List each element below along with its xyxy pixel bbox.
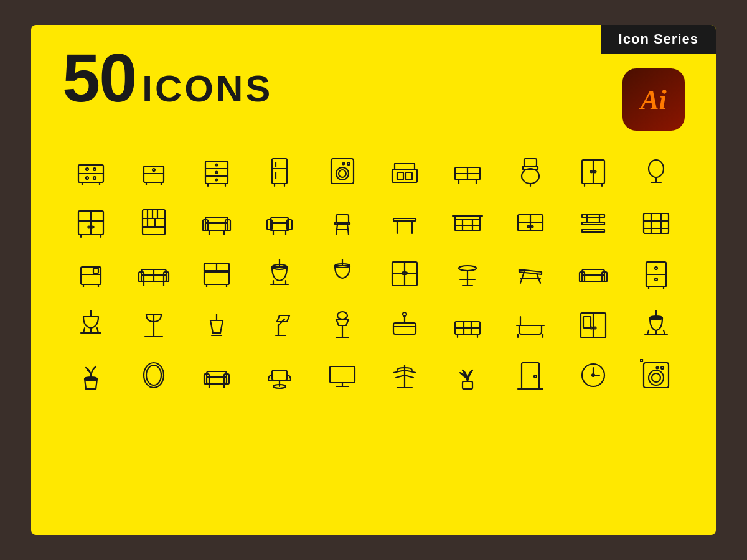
icon-wall-shelves xyxy=(564,200,622,244)
svg-rect-196 xyxy=(583,317,591,328)
icon-armchair xyxy=(250,200,308,244)
icon-wall-cabinet xyxy=(502,200,560,244)
icon-ironing-board xyxy=(502,251,560,295)
icon-oval-mirror xyxy=(125,353,183,397)
icon-kitchen-sink xyxy=(376,149,434,193)
svg-point-158 xyxy=(655,278,657,281)
icon-loveseat xyxy=(125,251,183,295)
svg-rect-33 xyxy=(395,164,415,170)
svg-point-43 xyxy=(522,169,539,184)
icon-chest-drawers xyxy=(188,149,246,193)
ai-text: Ai xyxy=(641,84,667,116)
svg-rect-34 xyxy=(397,172,403,180)
icon-clock xyxy=(564,353,622,397)
svg-point-49 xyxy=(594,171,596,173)
icon-table-lamp xyxy=(188,302,246,346)
svg-point-101 xyxy=(527,226,529,228)
ai-logo: Ai xyxy=(622,68,685,131)
icon-mirror xyxy=(627,149,685,193)
svg-point-178 xyxy=(337,312,347,319)
icon-bedside-cabinet xyxy=(62,251,120,295)
icon-shelving-unit xyxy=(627,200,685,244)
icon-washing-machine xyxy=(313,149,371,193)
svg-line-164 xyxy=(97,328,98,333)
title-block: 50 ICONS xyxy=(62,44,273,112)
svg-point-17 xyxy=(215,172,217,174)
svg-rect-217 xyxy=(330,366,355,383)
icon-office-chair xyxy=(250,353,308,397)
icon-wardrobe xyxy=(564,149,622,193)
svg-rect-32 xyxy=(392,170,417,182)
icons-text: ICONS xyxy=(142,67,273,110)
icon-pendant-lamp xyxy=(250,251,308,295)
svg-rect-179 xyxy=(393,323,416,334)
svg-line-224 xyxy=(396,375,405,378)
svg-point-30 xyxy=(347,162,350,165)
svg-line-223 xyxy=(405,370,416,373)
icon-nightstand xyxy=(125,149,183,193)
svg-point-58 xyxy=(88,226,90,228)
icon-coat-rack xyxy=(376,353,434,397)
svg-point-157 xyxy=(655,267,657,269)
svg-rect-21 xyxy=(272,159,287,184)
main-card: Icon Series 50 ICONS Ai xyxy=(31,25,716,535)
svg-point-16 xyxy=(215,164,217,166)
icon-sliding-door xyxy=(376,251,434,295)
icon-chandelier xyxy=(62,302,120,346)
icon-bar-stool xyxy=(439,251,497,295)
svg-point-5 xyxy=(93,177,96,179)
icon-sofa-side xyxy=(564,251,622,295)
svg-rect-237 xyxy=(640,359,642,362)
svg-rect-104 xyxy=(582,222,604,225)
svg-point-238 xyxy=(661,366,664,369)
svg-point-18 xyxy=(215,179,217,181)
icon-series-badge: Icon Series xyxy=(601,25,716,54)
icon-bookshelf xyxy=(125,200,183,244)
svg-point-59 xyxy=(92,226,94,228)
svg-rect-62 xyxy=(143,210,165,235)
svg-rect-105 xyxy=(582,230,604,232)
svg-point-182 xyxy=(403,312,406,316)
icon-lounge-chair xyxy=(188,353,246,397)
icon-table xyxy=(376,200,434,244)
svg-rect-234 xyxy=(644,363,669,388)
svg-rect-226 xyxy=(463,381,472,389)
icon-double-bed xyxy=(188,251,246,295)
svg-point-239 xyxy=(656,367,658,369)
icons-grid xyxy=(62,149,685,397)
svg-rect-115 xyxy=(93,268,98,273)
icon-ceiling-lamp xyxy=(313,251,371,295)
icon-chair-stool xyxy=(313,200,371,244)
svg-point-4 xyxy=(86,177,88,179)
svg-point-198 xyxy=(594,327,596,329)
icon-tv-stand xyxy=(439,149,497,193)
svg-rect-214 xyxy=(272,370,287,380)
icon-bathroom-sink xyxy=(376,302,434,346)
svg-rect-103 xyxy=(582,215,604,217)
icon-ceiling-fixture xyxy=(627,302,685,346)
icon-door xyxy=(502,353,560,397)
icon-dresser xyxy=(62,149,120,193)
svg-point-235 xyxy=(649,370,664,385)
header-area: 50 ICONS Ai xyxy=(62,44,685,131)
svg-point-102 xyxy=(531,226,533,228)
big-number: 50 xyxy=(62,44,136,112)
svg-point-3 xyxy=(93,168,96,170)
icon-kitchen-island xyxy=(439,200,497,244)
icon-sofa xyxy=(188,200,246,244)
icon-low-cabinet xyxy=(439,302,497,346)
svg-point-228 xyxy=(534,375,537,378)
svg-point-29 xyxy=(339,170,346,177)
svg-line-222 xyxy=(393,370,405,373)
svg-point-48 xyxy=(590,171,592,173)
icon-tv-monitor xyxy=(313,353,371,397)
svg-point-10 xyxy=(153,169,155,171)
icon-refrigerator xyxy=(250,149,308,193)
icon-mirrored-wardrobe xyxy=(564,302,622,346)
svg-rect-42 xyxy=(524,159,537,166)
svg-line-162 xyxy=(83,328,85,333)
icon-plant-pot xyxy=(62,353,120,397)
svg-line-225 xyxy=(405,375,413,378)
svg-point-207 xyxy=(146,365,161,385)
icon-floor-lamp-shade xyxy=(313,302,371,346)
